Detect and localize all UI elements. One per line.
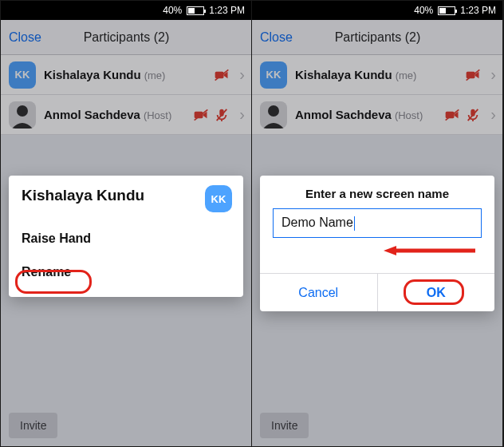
annotation-arrow-icon bbox=[384, 245, 475, 256]
left-screenshot: 40% 1:23 PM Close Participants (2) KK Ki… bbox=[1, 1, 252, 446]
battery-percent: 40% bbox=[414, 5, 433, 16]
participant-action-sheet: KK Kishalaya Kundu Raise Hand Rename bbox=[9, 176, 243, 297]
right-screenshot: 40% 1:23 PM Close Participants (2) KK Ki… bbox=[252, 1, 503, 446]
status-bar: 40% 1:23 PM bbox=[252, 1, 502, 20]
clock: 1:23 PM bbox=[209, 5, 245, 16]
rename-action[interactable]: Rename bbox=[22, 255, 230, 289]
dialog-title: Enter a new screen name bbox=[260, 176, 494, 208]
ok-button[interactable]: OK bbox=[377, 274, 495, 311]
screen-name-input[interactable]: Demo Name bbox=[273, 208, 482, 238]
battery-icon bbox=[438, 6, 455, 15]
sheet-participant-name: Kishalaya Kundu bbox=[22, 187, 230, 204]
sheet-avatar: KK bbox=[205, 185, 232, 212]
raise-hand-action[interactable]: Raise Hand bbox=[22, 222, 230, 255]
battery-icon bbox=[187, 6, 204, 15]
cancel-button[interactable]: Cancel bbox=[260, 274, 377, 311]
battery-percent: 40% bbox=[163, 5, 182, 16]
svg-marker-17 bbox=[384, 246, 396, 255]
clock: 1:23 PM bbox=[460, 5, 496, 16]
rename-dialog: Enter a new screen name Demo Name Cancel… bbox=[260, 176, 494, 311]
status-bar: 40% 1:23 PM bbox=[1, 1, 251, 20]
